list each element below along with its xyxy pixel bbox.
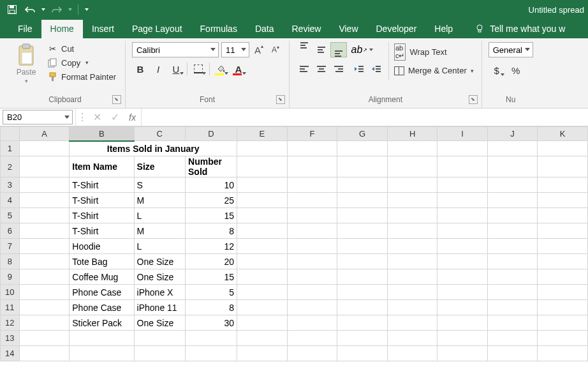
tab-review[interactable]: Review: [283, 20, 330, 38]
row-header[interactable]: 3: [1, 177, 20, 193]
cell[interactable]: [237, 239, 287, 254]
row-header[interactable]: 4: [1, 193, 20, 208]
dialog-launcher-icon[interactable]: ⬊: [112, 95, 121, 104]
tell-me-search[interactable]: Tell me what you w: [466, 20, 574, 38]
cell[interactable]: [487, 208, 538, 223]
cell[interactable]: [437, 239, 487, 254]
cell[interactable]: [387, 300, 437, 315]
cell[interactable]: [337, 300, 388, 315]
cell[interactable]: Phone Case: [70, 285, 134, 300]
cell[interactable]: [237, 193, 287, 208]
column-header[interactable]: A: [19, 127, 70, 141]
cell[interactable]: [337, 223, 388, 239]
cell[interactable]: [237, 346, 287, 361]
row-header[interactable]: 10: [1, 285, 20, 300]
cell[interactable]: [538, 239, 588, 254]
cell[interactable]: [337, 254, 388, 269]
cell[interactable]: [337, 269, 388, 285]
cell[interactable]: [538, 208, 588, 223]
cell[interactable]: [186, 346, 237, 361]
select-all-corner[interactable]: [1, 127, 20, 141]
cell[interactable]: [287, 177, 337, 193]
column-header[interactable]: F: [287, 127, 337, 141]
cell[interactable]: 15: [186, 208, 237, 223]
cell[interactable]: [387, 156, 437, 177]
cell[interactable]: [237, 254, 287, 269]
cell[interactable]: [19, 346, 70, 361]
cell[interactable]: [19, 177, 70, 193]
cell[interactable]: [287, 269, 337, 285]
cell[interactable]: [387, 208, 437, 223]
column-header[interactable]: J: [487, 127, 538, 141]
cell[interactable]: 25: [186, 193, 237, 208]
undo-button[interactable]: [22, 2, 38, 17]
enter-formula-button[interactable]: ✓: [106, 109, 124, 126]
cell[interactable]: [487, 177, 538, 193]
increase-indent-button[interactable]: [368, 61, 385, 77]
fill-color-button[interactable]: [212, 61, 229, 77]
cell[interactable]: [487, 141, 538, 156]
cell[interactable]: 8: [186, 223, 237, 239]
tab-insert[interactable]: Insert: [83, 20, 123, 38]
tab-view[interactable]: View: [330, 20, 367, 38]
cell[interactable]: T-Shirt: [70, 177, 134, 193]
cell[interactable]: T-Shirt: [70, 208, 134, 223]
cell[interactable]: [287, 141, 337, 156]
orientation-button[interactable]: ab↗: [351, 42, 374, 57]
title-cell[interactable]: Items Sold in January: [70, 141, 237, 156]
cell[interactable]: [19, 269, 70, 285]
font-name-select[interactable]: Calibri: [132, 42, 219, 57]
cell[interactable]: [487, 269, 538, 285]
font-color-button[interactable]: A: [230, 61, 247, 77]
cell[interactable]: One Size: [134, 254, 185, 269]
cell[interactable]: [387, 315, 437, 331]
tab-formulas[interactable]: Formulas: [191, 20, 246, 38]
row-header[interactable]: 13: [1, 331, 20, 346]
increase-font-button[interactable]: A▴: [252, 43, 266, 57]
row-header[interactable]: 12: [1, 315, 20, 331]
cell[interactable]: Coffee Mug: [70, 269, 134, 285]
cell[interactable]: [487, 239, 538, 254]
cell[interactable]: One Size: [134, 269, 185, 285]
cell[interactable]: [287, 223, 337, 239]
row-header[interactable]: 14: [1, 346, 20, 361]
redo-button[interactable]: [48, 2, 65, 17]
cell[interactable]: [287, 331, 337, 346]
decrease-indent-button[interactable]: [351, 61, 367, 77]
column-header[interactable]: C: [134, 127, 185, 141]
cell[interactable]: [287, 346, 337, 361]
row-header[interactable]: 5: [1, 208, 20, 223]
cell[interactable]: [538, 177, 588, 193]
cell[interactable]: [287, 208, 337, 223]
qat-customize[interactable]: [82, 2, 91, 17]
cell[interactable]: [487, 331, 538, 346]
cell[interactable]: 20: [186, 254, 237, 269]
cell[interactable]: [287, 156, 337, 177]
copy-button[interactable]: Copy ▾: [45, 56, 119, 69]
save-icon[interactable]: [4, 2, 20, 17]
cell[interactable]: 30: [186, 315, 237, 331]
cell[interactable]: [387, 254, 437, 269]
cell[interactable]: [70, 346, 134, 361]
number-format-select[interactable]: General: [489, 42, 533, 57]
cell[interactable]: T-Shirt: [70, 193, 134, 208]
cell[interactable]: [387, 193, 437, 208]
row-header[interactable]: 7: [1, 239, 20, 254]
cell[interactable]: Item Name: [70, 156, 134, 177]
cell[interactable]: [437, 208, 487, 223]
formula-input[interactable]: [142, 109, 588, 126]
tab-file[interactable]: File: [9, 20, 41, 38]
cell[interactable]: [387, 269, 437, 285]
accounting-format-button[interactable]: $: [489, 63, 505, 78]
cell[interactable]: Phone Case: [70, 300, 134, 315]
cell[interactable]: [287, 300, 337, 315]
cell[interactable]: [437, 346, 487, 361]
cell[interactable]: [487, 346, 538, 361]
bold-button[interactable]: B: [132, 61, 149, 77]
cell[interactable]: [19, 156, 70, 177]
row-header[interactable]: 11: [1, 300, 20, 315]
cell[interactable]: Number Sold: [186, 156, 237, 177]
cell[interactable]: [437, 223, 487, 239]
cell[interactable]: [437, 177, 487, 193]
cell[interactable]: [538, 156, 588, 177]
